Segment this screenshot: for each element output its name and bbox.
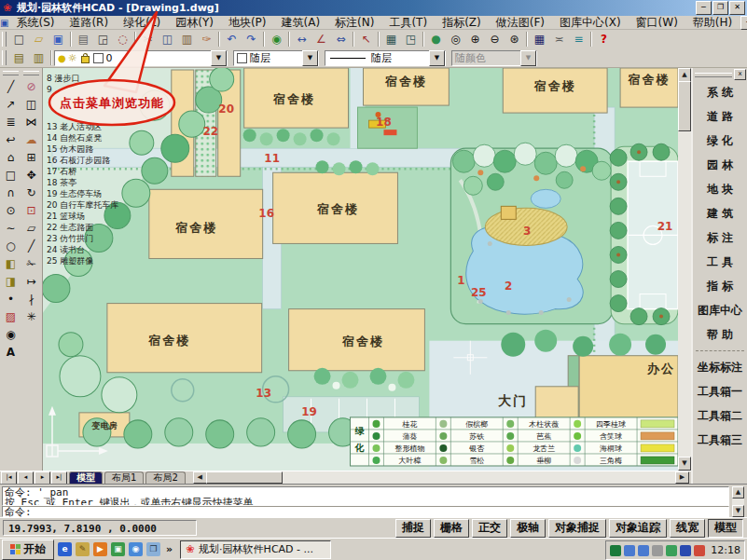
menu-road[interactable]: 道路(R)	[62, 15, 116, 31]
stretch-button[interactable]: ▱	[21, 220, 41, 237]
task-button-hcad[interactable]: ❀ 规划·园林软件HCAD - ...	[180, 540, 331, 559]
panel-button-greening[interactable]: 绿 化	[693, 129, 747, 153]
format-painter-button[interactable]: ✑	[197, 31, 216, 48]
scale-button[interactable]: ⊡	[21, 202, 41, 219]
panel-button-system[interactable]: 系 统	[693, 80, 747, 104]
grid-toggle[interactable]: 栅格	[434, 519, 469, 538]
panel-close-icon[interactable]: x	[734, 69, 746, 80]
calc-table-button[interactable]: ▦	[530, 31, 549, 48]
tab-next-button[interactable]: ▸	[35, 471, 50, 485]
hatch-button[interactable]: ▨	[1, 308, 21, 325]
search-button[interactable]: ◌	[113, 31, 132, 48]
new-button[interactable]: □	[9, 31, 29, 48]
make-block-button[interactable]: ◨	[1, 273, 21, 290]
layer-combo-arrow[interactable]: ▼	[211, 50, 227, 66]
menu-index[interactable]: 指标(Z)	[435, 15, 489, 31]
multiline-button[interactable]: ≣	[1, 114, 21, 130]
command-prompt[interactable]: 命令:	[2, 506, 729, 517]
panel-button-parcel[interactable]: 地 块	[693, 177, 747, 201]
snap-toggle[interactable]: 捕捉	[395, 519, 431, 538]
tab-prev-button[interactable]: ◂	[18, 471, 34, 485]
panel-button-building[interactable]: 建 筑	[693, 201, 747, 225]
tray-display-icon[interactable]	[610, 545, 621, 556]
polyline-button[interactable]: ↩	[1, 131, 21, 148]
command-scrollbar[interactable]: ▲ ▼	[732, 486, 744, 517]
panel-grip[interactable]	[695, 73, 732, 77]
otrack-toggle[interactable]: 对象追踪	[609, 519, 667, 538]
tray-volume-icon[interactable]	[680, 545, 691, 556]
tray-schedule-icon[interactable]	[652, 545, 663, 556]
tab-layout1[interactable]: 布局1	[104, 471, 144, 484]
restore-button[interactable]: ❐	[712, 1, 728, 15]
database-button[interactable]: ≡	[569, 31, 588, 48]
panel-button-coord-dim[interactable]: 坐标标注	[693, 355, 747, 379]
menu-detail[interactable]: 做法图(F)	[489, 15, 552, 31]
lengthen-button[interactable]: ╱	[21, 238, 41, 254]
quicklaunch-media-icon[interactable]: ▶	[93, 542, 107, 556]
point-button[interactable]: •	[1, 291, 21, 307]
quicklaunch-picture-icon[interactable]: ▣	[111, 542, 125, 556]
lineweight-toggle[interactable]: 线宽	[670, 519, 705, 538]
canvas-horizontal-scrollbar[interactable]: ◀ ▶	[193, 471, 689, 484]
tray-antivirus-icon[interactable]	[666, 545, 677, 556]
table-button[interactable]: ▦	[381, 31, 401, 48]
menu-building[interactable]: 建筑(A)	[274, 15, 328, 31]
rectangle-button[interactable]: □	[1, 167, 21, 184]
menu-parcel[interactable]: 地块(P)	[221, 15, 274, 31]
layers-button[interactable]: ▥	[29, 49, 48, 66]
linetype-combo[interactable]: 随层 ▼	[325, 50, 446, 66]
tray-network1-icon[interactable]	[624, 545, 635, 556]
mirror-button[interactable]: ⋈	[21, 114, 41, 130]
panel-button-toolbox1[interactable]: 工具箱一	[693, 379, 747, 403]
model-toggle[interactable]: 模型	[708, 519, 743, 538]
taskbar-clock[interactable]: 12:18	[711, 544, 740, 556]
panel-button-tools[interactable]: 工 具	[693, 250, 747, 274]
command-scroll-down-icon[interactable]: ▼	[732, 505, 744, 517]
command-history[interactable]: 命令: '_pan 按 Esc 或 Enter 键退出，或单击右键显示快捷菜单。	[2, 486, 729, 506]
layer-combo[interactable]: ● ☼ 0 ▼	[54, 50, 228, 66]
zoom-out-button[interactable]: ⊖	[485, 31, 505, 48]
panel-button-index[interactable]: 指 标	[693, 274, 747, 298]
tray-update-icon[interactable]	[694, 545, 705, 556]
insert-block-button[interactable]: ◧	[1, 255, 21, 272]
measure-length-button[interactable]: ⇔	[331, 31, 351, 48]
menu-help[interactable]: 帮助(H)	[685, 15, 740, 31]
panel-button-garden[interactable]: 园 林	[693, 153, 747, 177]
vertical-scroll-thumb[interactable]	[678, 81, 691, 131]
offset-button[interactable]: ☁	[21, 131, 41, 148]
menu-garden[interactable]: 园林(Y)	[168, 15, 221, 31]
panel-button-toolbox2[interactable]: 工具箱二	[693, 403, 747, 428]
scroll-down-icon[interactable]: ▼	[678, 457, 691, 471]
horizontal-scroll-thumb[interactable]	[206, 471, 283, 484]
break-button[interactable]: ∤	[21, 291, 41, 307]
pan-button[interactable]: ●	[426, 31, 446, 48]
scroll-up-icon[interactable]: ▲	[678, 68, 691, 82]
move-button[interactable]: ✥	[21, 167, 41, 184]
tab-first-button[interactable]: |◂	[1, 471, 17, 485]
menu-window[interactable]: 窗口(W)	[629, 15, 685, 31]
match-properties-button[interactable]: ≍	[549, 31, 569, 48]
zoom-window-button[interactable]: ◎	[446, 31, 465, 48]
scroll-left-icon[interactable]: ◀	[193, 471, 207, 484]
panel-button-library[interactable]: 图库中心	[693, 298, 747, 322]
panel-button-toolbox3[interactable]: 工具箱三	[693, 428, 747, 452]
copy-object-button[interactable]: ◫	[21, 96, 41, 113]
canvas-vertical-scrollbar[interactable]: ▲ ▼	[678, 68, 691, 471]
spline-button[interactable]: ∼	[1, 220, 21, 237]
construction-line-button[interactable]: ↗	[1, 96, 21, 113]
quicklaunch-chevron-icon[interactable]: »	[166, 543, 173, 555]
region-button[interactable]: ◉	[1, 326, 21, 343]
color-combo[interactable]: 随层 ▼	[233, 50, 319, 66]
circle-button[interactable]: ⊙	[1, 202, 21, 219]
panel-button-dimension[interactable]: 标 注	[693, 225, 747, 250]
tab-layout2[interactable]: 布局2	[145, 471, 185, 484]
quicklaunch-globe-icon[interactable]: ◉	[129, 542, 143, 556]
minimize-button[interactable]: ─	[696, 1, 712, 15]
menu-greening[interactable]: 绿化(L)	[116, 15, 168, 31]
mdi-minimize-button[interactable]: ─	[740, 16, 747, 30]
measure-angle-button[interactable]: ∠	[311, 31, 331, 48]
start-button[interactable]: 开始	[2, 540, 54, 560]
menu-system[interactable]: 系统(S)	[8, 15, 62, 31]
copy-button[interactable]: ◫	[158, 31, 177, 48]
cascade-button[interactable]: ◳	[401, 31, 421, 48]
